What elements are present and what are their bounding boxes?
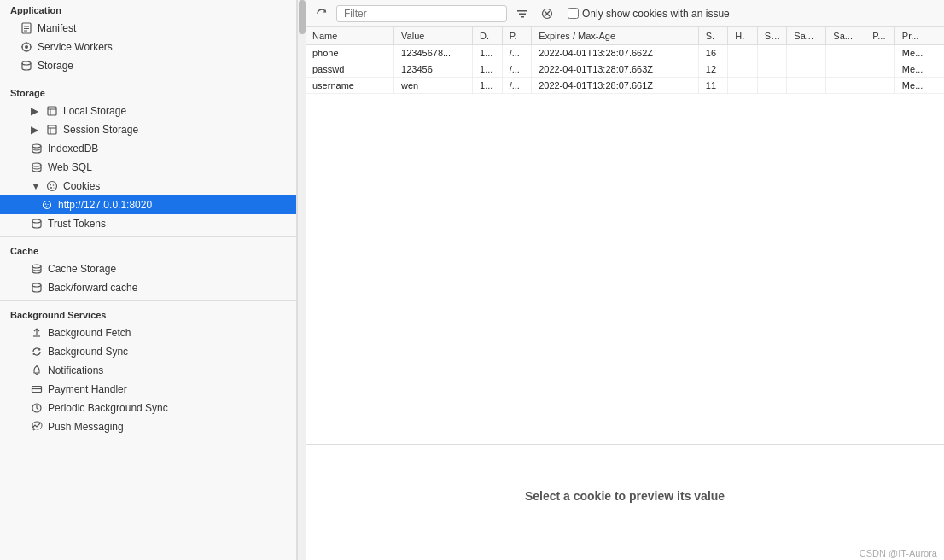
table-row[interactable]: phone12345678...1.../...2022-04-01T13:28… [306,45,944,61]
col-header-priority[interactable]: P... [865,27,895,45]
svg-rect-39 [517,10,527,12]
col-header-expires[interactable]: Expires / Max-Age [532,27,699,45]
sidebar-item-push-messaging[interactable]: Push Messaging [0,417,296,436]
manifest-label: Manifest [38,22,76,34]
sidebar-item-notifications[interactable]: Notifications [0,361,296,380]
cache-storage-label: Cache Storage [48,263,116,275]
table-empty-space [306,94,944,444]
svg-point-19 [48,182,57,191]
bg-sync-icon [31,346,43,358]
col-header-httponly[interactable]: H. [728,27,758,45]
filter-input[interactable] [336,5,507,22]
sidebar-item-payment-handler[interactable]: Payment Handler [0,380,296,399]
toolbar-separator [562,6,562,21]
cookies-table: Name Value D. P. Expires / Max-Age S. H.… [306,27,944,94]
bg-fetch-icon [31,327,43,339]
push-messaging-icon [31,421,43,433]
svg-point-18 [32,163,41,166]
websql-icon [31,161,43,173]
sidebar-item-cookies[interactable]: ▼ Cookies [0,177,296,195]
trust-tokens-icon [31,218,43,230]
service-workers-icon [20,41,32,53]
col-header-sameparty[interactable]: Sa... [826,27,865,45]
payment-handler-label: Payment Handler [48,383,127,395]
sidebar-item-storage-root[interactable]: Storage [0,56,296,75]
clear-cookies-button[interactable] [538,6,556,21]
session-storage-label: Session Storage [63,124,138,136]
col-header-partition[interactable]: Pr... [894,27,944,45]
toolbar: Only show cookies with an issue [306,0,944,27]
svg-point-24 [44,201,51,209]
sidebar-item-bg-fetch[interactable]: Background Fetch [0,324,296,342]
divider-3 [0,300,296,301]
bg-section-header: Background Services [0,305,296,324]
col-header-size[interactable]: S. [698,27,728,45]
sidebar-item-service-workers[interactable]: Service Workers [0,38,296,56]
svg-rect-40 [519,13,526,15]
preview-area: Select a cookie to preview its value [306,444,944,546]
session-storage-icon [46,124,58,136]
svg-point-21 [53,184,55,186]
sidebar-item-trust-tokens[interactable]: Trust Tokens [0,214,296,233]
storage-section-header: Storage [0,83,296,102]
expand-cookies-icon: ▼ [31,180,39,192]
sidebar-item-bg-sync[interactable]: Background Sync [0,342,296,361]
sidebar-item-session-storage[interactable]: ▶ Session Storage [0,120,296,139]
cookies-url-icon [41,199,53,211]
indexeddb-label: IndexedDB [48,143,98,155]
sidebar-scrollbar[interactable] [297,0,306,560]
manifest-icon [20,22,32,34]
svg-rect-14 [48,125,56,134]
col-header-value[interactable]: Value [394,27,473,45]
svg-point-17 [32,144,41,148]
local-storage-icon [46,105,58,117]
back-forward-icon [31,282,43,294]
cookies-label: Cookies [63,180,100,192]
table-header-row: Name Value D. P. Expires / Max-Age S. H.… [306,27,944,45]
svg-point-5 [25,45,28,49]
svg-point-20 [50,184,51,186]
col-header-path[interactable]: P. [502,27,532,45]
svg-point-26 [47,204,48,205]
col-header-secure[interactable]: Se... [757,27,787,45]
storage-root-label: Storage [38,60,73,72]
sidebar-item-indexeddb[interactable]: IndexedDB [0,139,296,158]
main-content: Only show cookies with an issue [306,0,944,560]
svg-point-22 [50,187,52,189]
svg-point-10 [22,61,31,65]
only-issues-label: Only show cookies with an issue [582,8,730,20]
sidebar-item-local-storage[interactable]: ▶ Local Storage [0,102,296,120]
table-row[interactable]: usernamewen1.../...2022-04-01T13:28:07.6… [306,78,944,94]
table-row[interactable]: passwd1234561.../...2022-04-01T13:28:07.… [306,61,944,78]
svg-point-27 [46,206,48,207]
websql-label: Web SQL [48,161,92,173]
sidebar-item-manifest[interactable]: Manifest [0,19,296,38]
svg-rect-11 [48,107,56,115]
trust-tokens-label: Trust Tokens [48,218,106,230]
notifications-icon [31,365,43,376]
only-issues-checkbox[interactable] [568,8,579,19]
filter-options-button[interactable] [512,5,533,22]
payment-handler-icon [31,383,43,395]
app-section-header: Application [0,0,296,19]
divider-1 [0,79,296,79]
sidebar-item-back-forward[interactable]: Back/forward cache [0,278,296,297]
sidebar-item-cookies-url[interactable]: http://127.0.0.1:8020 [0,195,296,214]
refresh-button[interactable] [312,6,331,21]
sidebar-item-periodic-bg-sync[interactable]: Periodic Background Sync [0,399,296,417]
col-header-name[interactable]: Name [306,27,394,45]
push-messaging-label: Push Messaging [48,421,124,433]
cookies-table-container: Name Value D. P. Expires / Max-Age S. H.… [306,27,944,560]
sidebar-item-cache-storage[interactable]: Cache Storage [0,260,296,278]
svg-point-30 [32,283,41,287]
cookies-url-label: http://127.0.0.1:8020 [58,199,152,211]
scrollbar-thumb[interactable] [299,0,306,34]
col-header-domain[interactable]: D. [473,27,503,45]
svg-rect-41 [521,16,524,18]
cache-section-header: Cache [0,241,296,260]
sidebar-item-websql[interactable]: Web SQL [0,158,296,177]
watermark: CSDN @IT-Aurora [306,546,944,560]
divider-2 [0,236,296,237]
expand-local-storage-icon: ▶ [31,105,39,117]
col-header-samesite[interactable]: Sa... [787,27,826,45]
